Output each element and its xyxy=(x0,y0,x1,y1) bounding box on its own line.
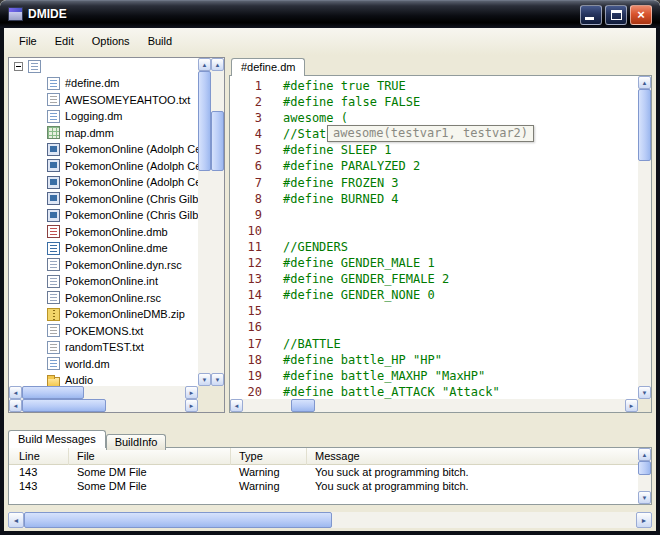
tree-item[interactable]: Logging.dm xyxy=(9,108,198,125)
tree-hscrollbar-outer[interactable]: ◄ ► xyxy=(9,399,198,412)
build-message-row[interactable]: 143Some DM FileWarningYou suck at progra… xyxy=(9,479,651,493)
scrollbar-track[interactable] xyxy=(24,512,636,528)
minimize-button[interactable] xyxy=(580,5,602,25)
collapse-icon[interactable] xyxy=(14,62,23,71)
scroll-left-icon[interactable]: ◄ xyxy=(9,399,22,412)
scrollbar-thumb[interactable] xyxy=(638,461,651,475)
tree-item[interactable]: map.dmm xyxy=(9,125,198,142)
tree-item[interactable]: PokemonOnline (Adolph Ce xyxy=(9,141,198,158)
tree-item[interactable]: world.dm xyxy=(9,356,198,373)
tree-item[interactable]: randomTEST.txt xyxy=(9,339,198,356)
scrollbar-thumb[interactable] xyxy=(22,399,106,412)
code-line[interactable]: 11//GENDERS xyxy=(230,239,638,255)
scrollbar-thumb[interactable] xyxy=(198,71,211,171)
tree-item[interactable]: PokemonOnline (Adolph Ce xyxy=(9,158,198,175)
scrollbar-track[interactable] xyxy=(243,399,625,412)
tree-item[interactable]: PokemonOnline (Chris Gilbe xyxy=(9,207,198,224)
tree-vscrollbar-outer[interactable]: ▲ ▼ xyxy=(211,58,224,386)
scroll-left-icon[interactable]: ◄ xyxy=(8,512,24,528)
scroll-left-icon[interactable]: ◄ xyxy=(9,386,22,399)
scroll-up-icon[interactable]: ▲ xyxy=(198,58,211,71)
tree-vscrollbar-inner[interactable]: ▲ ▼ xyxy=(198,58,211,386)
scroll-up-icon[interactable]: ▲ xyxy=(211,58,224,71)
code-line[interactable]: 14#define GENDER_NONE 0 xyxy=(230,287,638,303)
tree-item[interactable]: AWESOMEYEAHTOO.txt xyxy=(9,92,198,109)
code-line[interactable]: 9 xyxy=(230,207,638,223)
menu-item-edit[interactable]: Edit xyxy=(46,28,83,55)
menu-item-file[interactable]: File xyxy=(10,28,46,55)
scroll-left-icon[interactable]: ◄ xyxy=(230,399,243,412)
tree-item[interactable]: PokemonOnline (Adolph Ce xyxy=(9,174,198,191)
column-header-message[interactable]: Message xyxy=(307,448,651,465)
column-header-line[interactable]: Line xyxy=(9,448,69,465)
build-vscrollbar[interactable]: ▲ ▼ xyxy=(638,448,651,504)
tree-item[interactable]: PokemonOnline (Chris Gilbe xyxy=(9,191,198,208)
scrollbar-thumb[interactable] xyxy=(22,386,84,399)
scroll-up-icon[interactable]: ▲ xyxy=(638,448,651,461)
app-icon[interactable] xyxy=(8,7,23,21)
menu-item-options[interactable]: Options xyxy=(83,28,139,55)
tab-define-dm[interactable]: #define.dm xyxy=(231,58,305,76)
scroll-down-icon[interactable]: ▼ xyxy=(211,373,224,386)
close-button[interactable]: × xyxy=(630,5,652,25)
tree-root-node[interactable] xyxy=(9,58,198,75)
code-line[interactable]: 16 xyxy=(230,319,638,335)
scroll-up-icon[interactable]: ▲ xyxy=(638,76,651,89)
bottom-hscrollbar[interactable]: ◄ ► xyxy=(8,512,652,528)
scroll-down-icon[interactable]: ▼ xyxy=(198,373,211,386)
tree-hscrollbar-inner[interactable]: ◄ ► xyxy=(9,386,198,399)
scrollbar-thumb[interactable] xyxy=(291,399,315,412)
code-line[interactable]: 8#define BURNED 4 xyxy=(230,191,638,207)
editor-hscrollbar[interactable]: ◄ ► xyxy=(230,399,638,412)
scrollbar-track[interactable] xyxy=(22,386,185,399)
code-line[interactable]: 5#define SLEEP 1 xyxy=(230,142,638,158)
scrollbar-thumb[interactable] xyxy=(638,89,651,161)
tab-build-messages[interactable]: Build Messages xyxy=(8,430,106,448)
code-line[interactable]: 17//BATTLE xyxy=(230,336,638,352)
scroll-right-icon[interactable]: ► xyxy=(625,399,638,412)
scrollbar-thumb[interactable] xyxy=(211,111,224,171)
code-line[interactable]: 7#define FROZEN 3 xyxy=(230,175,638,191)
code-line[interactable]: 18#define battle_HP "HP" xyxy=(230,352,638,368)
code-line[interactable]: 1#define true TRUE xyxy=(230,78,638,94)
scrollbar-thumb[interactable] xyxy=(24,512,332,528)
code-line[interactable]: 15 xyxy=(230,303,638,319)
scroll-down-icon[interactable]: ▼ xyxy=(638,386,651,399)
scrollbar-track[interactable] xyxy=(638,461,651,491)
build-message-row[interactable]: 143Some DM FileWarningYou suck at progra… xyxy=(9,465,651,479)
editor-vscrollbar[interactable]: ▲ ▼ xyxy=(638,76,651,399)
scroll-right-icon[interactable]: ► xyxy=(636,512,652,528)
scrollbar-track[interactable] xyxy=(198,71,211,373)
tree-item[interactable]: Audio xyxy=(9,372,198,386)
scroll-down-icon[interactable]: ▼ xyxy=(638,491,651,504)
tree-item[interactable]: POKEMONS.txt xyxy=(9,323,198,340)
code-line[interactable]: 3awesome ( xyxy=(230,110,638,126)
menu-item-build[interactable]: Build xyxy=(139,28,181,55)
tree-item-label: PokemonOnlineDMB.zip xyxy=(65,308,185,320)
column-header-type[interactable]: Type xyxy=(231,448,307,465)
tree-item[interactable]: PokemonOnline.rsc xyxy=(9,290,198,307)
tab-buildinfo[interactable]: BuildInfo xyxy=(106,434,167,450)
title-bar[interactable]: DMIDE × xyxy=(0,0,660,28)
column-header-file[interactable]: File xyxy=(69,448,231,465)
tree-item[interactable]: PokemonOnline.dmb xyxy=(9,224,198,241)
scroll-right-icon[interactable]: ► xyxy=(185,399,198,412)
scroll-right-icon[interactable]: ► xyxy=(185,386,198,399)
code-line[interactable]: 12#define GENDER_MALE 1 xyxy=(230,255,638,271)
scrollbar-track[interactable] xyxy=(638,89,651,386)
tree-item[interactable]: #define.dm xyxy=(9,75,198,92)
scrollbar-track[interactable] xyxy=(211,71,224,373)
code-line[interactable]: 20#define battle_ATTACK "Attack" xyxy=(230,384,638,399)
maximize-button[interactable] xyxy=(605,5,627,25)
code-line[interactable]: 10 xyxy=(230,223,638,239)
code-line[interactable]: 19#define battle_MAXHP "MaxHP" xyxy=(230,368,638,384)
code-editor-content[interactable]: 1#define true TRUE2#define false FALSE3a… xyxy=(230,76,638,399)
code-line[interactable]: 13#define GENDER_FEMALE 2 xyxy=(230,271,638,287)
tree-item[interactable]: PokemonOnline.int xyxy=(9,273,198,290)
tree-item[interactable]: PokemonOnlineDMB.zip xyxy=(9,306,198,323)
code-line[interactable]: 2#define false FALSE xyxy=(230,94,638,110)
tree-item[interactable]: PokemonOnline.dme xyxy=(9,240,198,257)
tree-item[interactable]: PokemonOnline.dyn.rsc xyxy=(9,257,198,274)
code-line[interactable]: 6#define PARALYZED 2 xyxy=(230,158,638,174)
scrollbar-track[interactable] xyxy=(22,399,185,412)
